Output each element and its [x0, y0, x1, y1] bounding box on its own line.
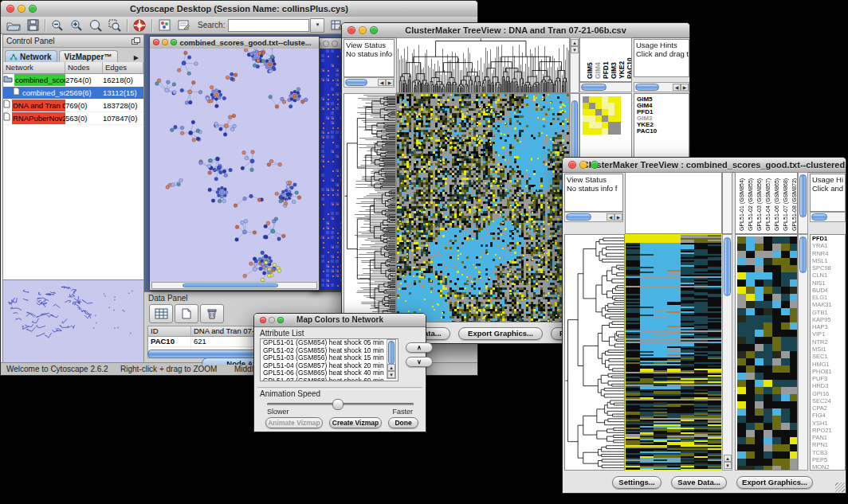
- gene-label[interactable]: PFD1: [812, 235, 845, 242]
- animation-speed-slider[interactable]: [267, 403, 414, 405]
- network-row[interactable]: combined_scores2764(0)16218(0): [3, 74, 143, 87]
- tv2-settings-button[interactable]: Settings...: [612, 476, 662, 489]
- search-dropdown-arrow[interactable]: ▼: [310, 18, 324, 33]
- scroll-down-arrow[interactable]: ▼: [571, 46, 579, 53]
- col-network[interactable]: Network: [3, 62, 65, 73]
- gene-label[interactable]: HRD3: [812, 382, 845, 389]
- tv1-labels-hscrollbar[interactable]: [579, 82, 632, 92]
- gene-label[interactable]: SEC1: [812, 353, 845, 360]
- tab-vizmapper[interactable]: VizMapper™: [59, 50, 118, 63]
- gene-label[interactable]: MSI1: [812, 346, 845, 353]
- tv2-genes-vscrollbar[interactable]: [798, 234, 808, 471]
- network-row[interactable]: RNAPuberNov2+563(0)107847(0): [3, 112, 143, 125]
- close-button[interactable]: [347, 26, 355, 34]
- main-titlebar[interactable]: Cytoscape Desktop (Session Name: collins…: [1, 1, 477, 18]
- col-edges[interactable]: Edges: [103, 62, 143, 73]
- new-attribute-button[interactable]: [175, 304, 198, 323]
- close-button[interactable]: [153, 39, 159, 45]
- treeview2-titlebar[interactable]: ClusterMaker TreeView : combined_scores_…: [563, 158, 846, 173]
- zoom-window-button[interactable]: [277, 317, 284, 323]
- scroll-right-arrow[interactable]: ▶: [614, 213, 622, 221]
- scroll-thumb[interactable]: [811, 213, 827, 221]
- minimize-button[interactable]: [359, 26, 367, 34]
- gene-label[interactable]: YRA1: [812, 242, 845, 249]
- scroll-up-arrow[interactable]: ▲: [387, 364, 395, 371]
- close-button[interactable]: [6, 5, 14, 13]
- minimize-button[interactable]: [162, 39, 168, 45]
- col-nodes[interactable]: Nodes: [65, 62, 103, 73]
- scroll-thumb[interactable]: [724, 237, 731, 296]
- gene-label[interactable]: KAP95: [812, 316, 845, 323]
- scroll-thumb[interactable]: [635, 84, 659, 91]
- scroll-thumb[interactable]: [581, 84, 607, 91]
- row-dendrogram-canvas[interactable]: [565, 235, 624, 470]
- scroll-down-arrow[interactable]: ▼: [387, 371, 395, 378]
- scroll-thumb[interactable]: [345, 79, 367, 86]
- zoom-heatmap-canvas[interactable]: [737, 236, 797, 470]
- tv1-export-graphics-button[interactable]: Export Graphics...: [458, 327, 543, 340]
- gene-label[interactable]: MON2: [812, 463, 845, 471]
- minimize-button[interactable]: [269, 317, 275, 323]
- gene-label[interactable]: NIS1: [812, 279, 845, 287]
- network-canvas[interactable]: [150, 49, 319, 282]
- tv2-export-graphics-button[interactable]: Export Graphics...: [736, 476, 813, 489]
- scroll-thumb[interactable]: [799, 236, 807, 273]
- tv1-minor-scroll[interactable]: ▲ ▼: [570, 37, 579, 93]
- gene-label[interactable]: MAK31: [812, 301, 845, 308]
- heatmap-canvas[interactable]: [397, 94, 569, 322]
- move-up-button[interactable]: ∧: [406, 342, 433, 353]
- scroll-up-arrow[interactable]: ▲: [571, 39, 579, 46]
- gene-label[interactable]: VIP1: [812, 330, 845, 338]
- col-id[interactable]: ID: [148, 326, 191, 336]
- float-panel-icon[interactable]: [132, 37, 140, 45]
- gene-label[interactable]: CLN1: [812, 272, 845, 279]
- row-dendrogram-canvas[interactable]: [344, 94, 395, 322]
- gene-label[interactable]: PHO81: [812, 368, 845, 375]
- scroll-right-arrow[interactable]: ▶: [681, 84, 689, 91]
- close-button[interactable]: [568, 161, 576, 169]
- attr-list-vscrollbar[interactable]: ▲ ▼: [387, 339, 396, 379]
- gene-label[interactable]: HMG1: [812, 361, 845, 368]
- gene-label[interactable]: NTR2: [812, 338, 845, 346]
- tab-network[interactable]: Network: [5, 50, 57, 63]
- gene-label[interactable]: MSL1: [812, 257, 845, 264]
- treeview1-titlebar[interactable]: ClusterMaker TreeView : DNA and Tran 07-…: [342, 23, 689, 38]
- scroll-left-arrow[interactable]: ◀: [378, 79, 386, 86]
- move-down-button[interactable]: ∨: [406, 357, 433, 367]
- gene-label[interactable]: GPI16: [812, 390, 845, 397]
- gene-label[interactable]: RPN1: [812, 441, 845, 448]
- gene-label[interactable]: SEC24: [812, 397, 845, 404]
- done-button[interactable]: Done: [388, 417, 418, 428]
- scroll-thumb[interactable]: [799, 174, 807, 217]
- zoom-selected-button[interactable]: [105, 18, 124, 33]
- zoom-window-button[interactable]: [591, 161, 599, 169]
- network-row[interactable]: DNA and Tran 07769(0)183728(0): [3, 100, 143, 112]
- tv2-usage-hscrollbar[interactable]: [810, 212, 846, 222]
- gene-label[interactable]: RPO21: [812, 427, 845, 434]
- network-row[interactable]: combined_sco2569(6)13112(15): [3, 87, 143, 100]
- gene-label[interactable]: SPC98: [812, 264, 845, 272]
- gene-label[interactable]: FIG4: [812, 412, 845, 419]
- scroll-thumb[interactable]: [566, 213, 591, 221]
- tv2-status-hscrollbar[interactable]: ◀ ▶: [564, 212, 623, 222]
- scroll-down-arrow[interactable]: ▼: [724, 462, 732, 469]
- tv1-status-hscrollbar[interactable]: ◀ ▶: [344, 77, 395, 88]
- gene-label[interactable]: RNR4: [812, 250, 845, 257]
- vizmapper-button[interactable]: [155, 18, 174, 33]
- zoom-window-button[interactable]: [370, 26, 378, 34]
- attribute-item[interactable]: GPL51-07 (GSM868) heat shock 60 min: [261, 377, 398, 382]
- zoom-window-button[interactable]: [332, 41, 338, 47]
- scroll-right-arrow[interactable]: ▶: [386, 79, 394, 86]
- network-hscroll-thumb[interactable]: [183, 283, 278, 287]
- scroll-left-arrow[interactable]: ◀: [607, 213, 614, 221]
- gene-label[interactable]: TCB3: [812, 449, 845, 456]
- minimize-button[interactable]: [323, 41, 329, 47]
- scroll-left-arrow[interactable]: ◀: [673, 84, 681, 91]
- resize-grip[interactable]: [835, 483, 845, 492]
- minimize-button[interactable]: [18, 5, 26, 13]
- gene-label[interactable]: PAN1: [812, 434, 845, 441]
- scroll-up-arrow[interactable]: ▲: [724, 455, 732, 462]
- close-button[interactable]: [260, 317, 266, 323]
- delete-attribute-button[interactable]: [200, 304, 224, 323]
- scroll-thumb[interactable]: [388, 341, 395, 365]
